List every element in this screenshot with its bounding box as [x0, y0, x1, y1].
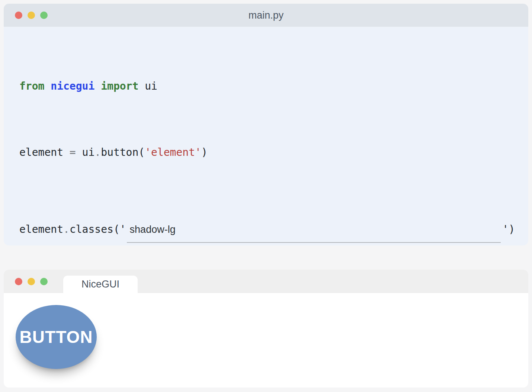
browser-tab-label: NiceGUI	[81, 279, 119, 290]
code-line-import: from nicegui import ui	[19, 80, 515, 93]
window-controls	[15, 278, 48, 285]
method-classes: classes('	[70, 223, 126, 235]
classes-input[interactable]: shadow-lg	[127, 223, 501, 243]
demo-round-button[interactable]: BUTTON	[16, 305, 97, 369]
classes-input-value: shadow-lg	[130, 223, 176, 236]
browser-content: BUTTON	[4, 293, 528, 381]
maximize-button	[40, 12, 48, 19]
code-area: from nicegui import ui element = ui.butt…	[4, 27, 528, 245]
dot-operator: .	[63, 223, 70, 235]
method-button: button(	[101, 146, 145, 158]
minimize-button	[28, 12, 35, 19]
browser-preview-window: NiceGUI BUTTON	[4, 270, 528, 388]
code-line-classes: element.classes(' shadow-lg ')	[19, 223, 515, 243]
window-title: main.py	[249, 10, 284, 21]
code-line-assignment: element = ui.button('element')	[19, 146, 515, 159]
obj-element: element	[19, 223, 63, 235]
closing-quote-paren: ')	[502, 223, 515, 236]
string-element: 'element'	[145, 146, 201, 158]
close-button	[15, 278, 22, 285]
maximize-button	[40, 278, 48, 285]
demo-button-label: BUTTON	[20, 327, 93, 347]
browser-titlebar: NiceGUI	[4, 270, 528, 293]
browser-tab: NiceGUI	[63, 276, 138, 293]
dot-operator: .	[94, 146, 101, 158]
import-target-ui: ui	[145, 80, 157, 92]
assign-operator: =	[63, 146, 82, 158]
paren-close: )	[201, 146, 208, 158]
minimize-button	[28, 278, 35, 285]
keyword-from: from	[19, 80, 51, 92]
keyword-import: import	[94, 80, 145, 92]
window-controls	[15, 12, 48, 19]
obj-ui: ui	[82, 146, 95, 158]
var-element: element	[19, 146, 63, 158]
code-editor-window: main.py from nicegui import ui element =…	[4, 4, 528, 245]
module-nicegui: nicegui	[51, 80, 94, 92]
classes-prefix: element.classes('	[19, 223, 126, 236]
close-button	[15, 12, 22, 19]
editor-titlebar: main.py	[4, 4, 528, 27]
